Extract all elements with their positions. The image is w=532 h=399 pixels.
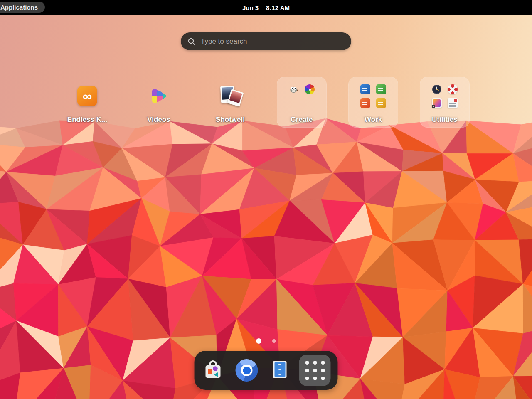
libreoffice-draw-icon	[376, 98, 386, 108]
color-wheel-icon	[305, 84, 315, 94]
page-indicator	[0, 338, 532, 344]
shotwell-icon	[220, 86, 240, 106]
folder-label: Utilities	[420, 116, 469, 124]
app-shotwell[interactable]: Shotwell	[205, 77, 255, 128]
app-endless-key[interactable]: ∞ Endless K...	[62, 77, 112, 128]
folder-label: Create	[277, 116, 326, 124]
page-dot-2[interactable]	[272, 339, 276, 343]
image-viewer-icon	[432, 98, 442, 108]
clock[interactable]: Jun 3 8:12 AM	[242, 4, 290, 11]
app-label: Videos	[134, 116, 183, 124]
search-icon	[187, 37, 196, 46]
libreoffice-impress-icon	[360, 98, 370, 108]
endless-key-icon: ∞	[77, 86, 97, 106]
gimp-icon	[289, 84, 299, 94]
dock	[195, 351, 338, 390]
clock-date: Jun 3	[242, 4, 259, 11]
search-input[interactable]	[200, 37, 345, 46]
app-grid-icon	[305, 361, 325, 380]
videos-icon	[149, 86, 169, 106]
app-label: Shotwell	[206, 116, 255, 124]
folder-create[interactable]: Create	[277, 77, 327, 128]
app-grid-button[interactable]	[299, 355, 331, 386]
search-area	[0, 32, 532, 50]
desktop-screen: Applications Jun 3 8:12 AM ∞ Endless K..…	[0, 0, 532, 399]
files-button[interactable]	[270, 360, 290, 381]
folder-preview	[360, 84, 386, 108]
folder-preview	[289, 84, 315, 94]
page-dot-1[interactable]	[256, 338, 261, 344]
folder-label: Work	[349, 116, 398, 124]
folder-utilities[interactable]: Utilities	[420, 77, 470, 128]
document-viewer-icon	[448, 98, 458, 108]
libreoffice-calc-icon	[376, 84, 386, 94]
folder-work[interactable]: Work	[348, 77, 398, 128]
libreoffice-writer-icon	[360, 84, 370, 94]
app-videos[interactable]: Videos	[134, 77, 184, 128]
app-center-icon	[203, 359, 224, 380]
clock-icon	[432, 84, 442, 94]
help-icon	[448, 84, 458, 94]
files-icon	[270, 360, 290, 379]
folder-preview	[432, 84, 458, 108]
applications-button[interactable]: Applications	[0, 2, 45, 13]
top-bar: Applications Jun 3 8:12 AM	[0, 0, 532, 15]
app-grid: ∞ Endless K...	[62, 77, 470, 128]
chromium-browser-button[interactable]	[236, 359, 258, 382]
desktop: ∞ Endless K...	[0, 15, 532, 399]
clock-time: 8:12 AM	[266, 4, 290, 11]
search-bar[interactable]	[181, 32, 351, 50]
app-center-button[interactable]	[203, 359, 224, 382]
app-label: Endless K...	[63, 116, 112, 124]
